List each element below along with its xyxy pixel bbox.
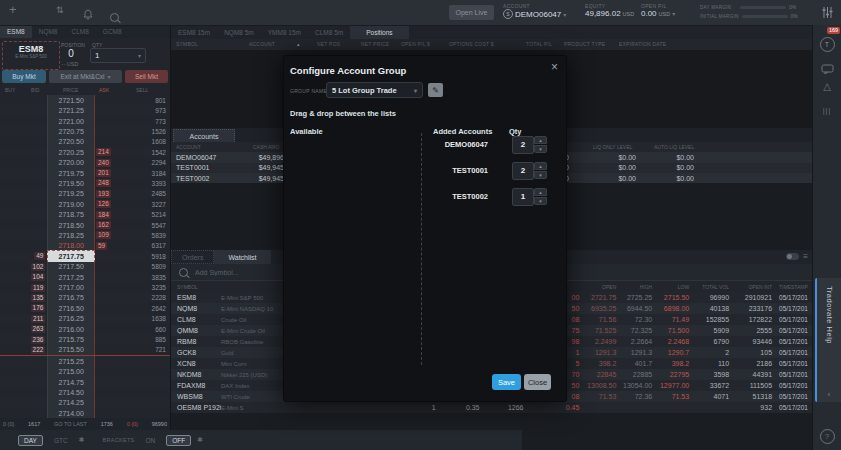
positions-col-account[interactable]: ACCOUNT	[249, 41, 275, 47]
buy-market-button[interactable]: Buy Mkt	[2, 70, 46, 83]
ladder-row[interactable]: 2222715.50721	[0, 345, 170, 356]
ladder-bid-cell[interactable]	[17, 356, 47, 366]
ladder-row[interactable]: 1352716.752228	[0, 293, 170, 303]
qty-increment-button[interactable]: ▴	[534, 188, 547, 196]
wl-col-high[interactable]: HIGH	[619, 284, 655, 290]
chart-tab-esm8-15m[interactable]: ESM8 15m	[171, 25, 217, 39]
ladder-ask-cell[interactable]	[95, 387, 123, 397]
bell-icon[interactable]	[83, 6, 93, 24]
ladder-ask-cell[interactable]	[95, 314, 123, 324]
ladder-row[interactable]: 1022717.505809	[0, 262, 170, 272]
ladder-price-cell[interactable]: 2715.75	[47, 334, 94, 344]
ladder-bid-cell[interactable]	[17, 116, 47, 126]
wl-col-open[interactable]: OPEN	[582, 284, 619, 290]
accounts-col-auto-liq-level[interactable]: AUTO LIQ LEVEL	[654, 144, 694, 150]
ladder-price-cell[interactable]: 2716.75	[47, 293, 94, 303]
qty-decrement-button[interactable]: ▾	[534, 171, 547, 179]
tif-day-button[interactable]: DAY	[18, 435, 43, 446]
ladder-buy-cell[interactable]	[0, 334, 17, 344]
ladder-ask-cell[interactable]	[95, 105, 123, 115]
ladder-ask-cell[interactable]: 248	[95, 178, 123, 188]
ladder-price-cell[interactable]: 2719.50	[47, 178, 94, 188]
ladder-ask-cell[interactable]	[95, 293, 123, 303]
ladder-price-cell[interactable]: 2714.75	[47, 377, 94, 387]
ladder-row[interactable]: 2719.502483393	[0, 178, 170, 188]
ladder-price-cell[interactable]: 2720.25	[47, 147, 94, 157]
ladder-ask-cell[interactable]: 201	[95, 168, 123, 178]
ladder-row[interactable]: 2719.251932485	[0, 189, 170, 199]
ladder-buy-cell[interactable]	[0, 116, 17, 126]
wl-col-total-vol[interactable]: TOTAL VOL	[692, 284, 732, 290]
ladder-bid-cell[interactable]	[17, 220, 47, 230]
close-button[interactable]: Close	[524, 374, 551, 390]
ladder-price-cell[interactable]: 2720.75	[47, 126, 94, 136]
ladder-row[interactable]: 2721.25973	[0, 105, 170, 115]
ladder-ask-cell[interactable]: 240	[95, 157, 123, 167]
ladder-bid-cell[interactable]: 236	[17, 334, 47, 344]
wl-col-open-int[interactable]: OPEN INT	[732, 284, 775, 290]
ladder-bid-cell[interactable]	[17, 157, 47, 167]
chat-icon[interactable]	[813, 61, 841, 79]
ladder-row[interactable]: 2721.50801	[0, 95, 170, 105]
ladder-price-cell[interactable]: 2719.75	[47, 168, 94, 178]
qty-decrement-button[interactable]: ▾	[534, 197, 547, 205]
ladder-price-cell[interactable]: 2716.50	[47, 303, 94, 313]
ladder-price-cell[interactable]: 2721.50	[47, 95, 94, 105]
ladder-buy-cell[interactable]	[0, 251, 17, 261]
ladder-ask-cell[interactable]	[95, 272, 123, 282]
accounts-col-liq-only-level[interactable]: LIQ ONLY LEVEL	[593, 144, 633, 150]
ladder-row[interactable]: 2720.751526	[0, 126, 170, 136]
add-workspace-icon[interactable]: +	[9, 2, 17, 17]
ladder-ask-cell[interactable]	[95, 126, 123, 136]
ladder-price-cell[interactable]: 2714.25	[47, 398, 94, 408]
columns-icon[interactable]: |||	[813, 107, 841, 114]
ladder-buy-cell[interactable]	[0, 324, 17, 334]
positions-col-product-type[interactable]: PRODUCT TYPE	[564, 41, 605, 47]
ladder-bid-cell[interactable]	[17, 230, 47, 240]
ladder-buy-cell[interactable]	[0, 262, 17, 272]
positions-col-options-cost-[interactable]: OPTIONS COST $	[449, 41, 494, 47]
ladder-buy-cell[interactable]	[0, 398, 17, 408]
ladder-row[interactable]: 2719.001263227	[0, 199, 170, 209]
ladder-ask-cell[interactable]: 59	[95, 241, 123, 251]
ladder-bid-cell[interactable]: 176	[17, 303, 47, 313]
ladder-price-cell[interactable]: 2718.50	[47, 220, 94, 230]
ladder-price-cell[interactable]: 2721.25	[47, 105, 94, 115]
ladder-bid-cell[interactable]: 104	[17, 272, 47, 282]
ladder-ask-cell[interactable]	[95, 262, 123, 272]
open-pl-block[interactable]: OPEN P/L 0.00USD▾	[641, 3, 675, 18]
ladder-row[interactable]: 2714.75	[0, 377, 170, 387]
tradovate-help-tab[interactable]: Tradovate Help ‹	[815, 278, 841, 402]
added-account-row[interactable]: TEST00021▴▾	[433, 188, 546, 206]
sell-market-button[interactable]: Sell Mkt	[125, 70, 168, 83]
gear-icon[interactable]: ✱	[79, 436, 85, 444]
equalizer-icon[interactable]	[821, 5, 834, 23]
edit-group-button[interactable]: ✎	[428, 83, 443, 97]
ladder-bid-cell[interactable]: 263	[17, 324, 47, 334]
ladder-ask-cell[interactable]	[95, 324, 123, 334]
chart-tab-nqm8-5m[interactable]: NQM8 5m	[217, 25, 261, 39]
ladder-ask-cell[interactable]: 126	[95, 199, 123, 209]
brackets-off-button[interactable]: OFF	[166, 435, 191, 446]
ladder-ask-cell[interactable]: 184	[95, 209, 123, 219]
ladder-row[interactable]: 2718.251095839	[0, 230, 170, 240]
ladder-ask-cell[interactable]	[95, 251, 123, 261]
qty-increment-button[interactable]: ▴	[534, 136, 547, 144]
dom-tab-gcm8[interactable]: GCM8	[96, 25, 129, 38]
ladder-price-cell[interactable]: 2720.00	[47, 157, 94, 167]
ladder-bid-cell[interactable]	[17, 398, 47, 408]
ladder-ask-cell[interactable]	[95, 334, 123, 344]
dom-tab-esm8[interactable]: ESM8	[0, 25, 32, 38]
ladder-row[interactable]: 2715.00	[0, 367, 170, 377]
ladder-bid-cell[interactable]	[17, 147, 47, 157]
ladder-ask-cell[interactable]	[95, 356, 123, 366]
qty-input[interactable]: 2	[512, 136, 534, 154]
ladder-price-cell[interactable]: 2715.00	[47, 367, 94, 377]
ladder-buy-cell[interactable]	[0, 241, 17, 251]
accounts-col-cash-amo[interactable]: CASH AMO	[253, 144, 279, 150]
ladder-buy-cell[interactable]	[0, 178, 17, 188]
ladder-price-cell[interactable]: 2715.50	[47, 345, 94, 355]
ladder-bid-cell[interactable]	[17, 367, 47, 377]
ladder-bid-cell[interactable]: 119	[17, 282, 47, 292]
ladder-ask-cell[interactable]: 162	[95, 220, 123, 230]
